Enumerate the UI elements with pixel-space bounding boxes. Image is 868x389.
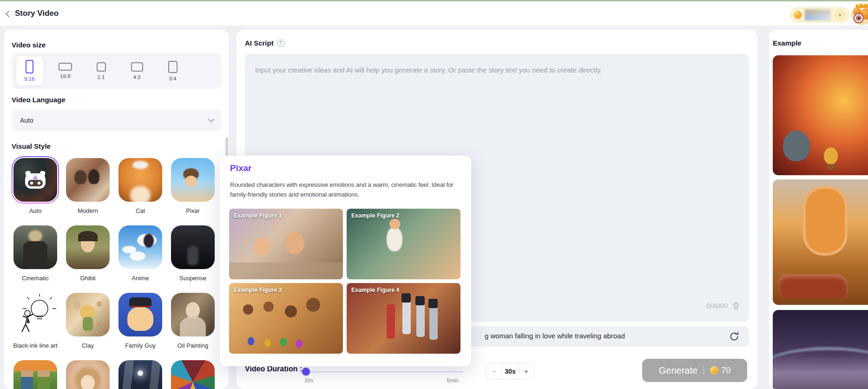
example-video-cooking-cat[interactable]	[773, 179, 868, 305]
style-card-pixar[interactable]: Pixar	[169, 156, 217, 214]
style-card-anime[interactable]: Anime	[117, 224, 164, 282]
robot-icon	[24, 171, 46, 189]
style-thumb-oil-painting	[171, 293, 215, 336]
video-language-heading: Video Language	[12, 96, 66, 104]
page-title: Story Video	[15, 9, 59, 18]
style-card-dark-forest[interactable]	[117, 358, 164, 389]
style-card-storybook[interactable]	[64, 358, 112, 389]
video-size-selector: 9:16 16:9 1:1 4:3 3:4	[12, 53, 222, 89]
duration-stepper: - 30s +	[486, 363, 534, 379]
popup-style-description: Rounded characters with expressive emoti…	[230, 180, 468, 199]
add-credits-button[interactable]: +	[835, 11, 844, 20]
ai-script-heading: AI Script	[245, 39, 274, 47]
video-size-option-4-3[interactable]: 4:3	[119, 62, 155, 80]
crown-icon	[856, 2, 868, 8]
help-icon[interactable]: ?	[277, 40, 284, 47]
duration-increase-button[interactable]: +	[519, 363, 534, 379]
aspect-ratio-4-3-icon	[131, 62, 143, 72]
aspect-ratio-1-1-icon	[97, 62, 106, 72]
style-card-ghibli[interactable]: Ghibli	[64, 224, 112, 282]
style-thumb-pixar	[171, 158, 215, 202]
style-thumb-ghibli	[66, 225, 110, 269]
duration-slider-thumb[interactable]	[302, 368, 310, 376]
style-thumb-dark-forest	[118, 360, 162, 389]
popup-style-title: Pixar	[230, 163, 251, 173]
aspect-ratio-9-16-icon	[26, 60, 33, 73]
aspect-ratio-16-9-icon	[59, 63, 72, 71]
video-size-option-1-1[interactable]: 1:1	[83, 62, 119, 80]
style-thumb-clay	[66, 293, 110, 336]
suggestion-text: g woman falling in love while traveling …	[485, 332, 625, 340]
style-thumb-anime	[118, 225, 162, 269]
popup-example-figure-3: Example Figure 3	[229, 283, 343, 354]
style-card-auto[interactable]: Auto	[12, 156, 59, 214]
coin-icon	[710, 366, 718, 375]
style-thumb-black-ink-line-art	[13, 293, 57, 336]
visual-style-grid: Auto Modern Cat Pixar Cinematic Ghibli A…	[12, 156, 222, 389]
style-card-suspense[interactable]: Suspense	[169, 224, 217, 282]
popup-example-figure-2: Example Figure 2	[347, 209, 460, 279]
example-panel: Example	[769, 30, 868, 389]
duration-max-label: 5min	[447, 377, 459, 384]
target-icon	[854, 13, 864, 23]
style-thumb-pixel	[13, 360, 57, 389]
duration-min-label: 30s	[304, 377, 313, 384]
generate-divider	[704, 366, 704, 375]
user-avatar[interactable]	[851, 4, 868, 25]
style-card-pixel[interactable]	[12, 358, 59, 389]
video-size-heading: Video size	[12, 41, 46, 49]
style-thumb-auto-robot	[13, 158, 57, 202]
style-card-modern[interactable]: Modern	[64, 156, 112, 214]
generate-label: Generate	[659, 365, 697, 376]
popup-figure-grid: Example Figure 1 Example Figure 2 Exampl…	[229, 209, 460, 354]
trash-icon[interactable]	[731, 301, 741, 310]
back-button[interactable]: Story Video	[7, 1, 59, 26]
credits-pill[interactable]: +	[790, 7, 849, 22]
style-thumb-suspense	[171, 225, 215, 269]
style-card-cat[interactable]: Cat	[117, 156, 164, 214]
style-card-oil-painting[interactable]: Oil Painting	[169, 291, 217, 349]
settings-panel: Video size 9:16 16:9 1:1 4:3 3:4 Video L…	[4, 30, 229, 389]
duration-slider-track[interactable]	[302, 371, 463, 373]
video-language-value: Auto	[20, 117, 209, 124]
style-detail-popup: Pixar Rounded characters with expressive…	[220, 156, 471, 366]
style-card-clay[interactable]: Clay	[64, 291, 112, 349]
style-thumb-cinematic	[13, 225, 57, 269]
coin-icon	[794, 11, 802, 19]
generate-button[interactable]: Generate 70	[642, 359, 747, 382]
header-bar: Story Video +	[0, 1, 868, 26]
aspect-ratio-3-4-icon	[168, 61, 178, 73]
visual-style-heading: Visual Style	[12, 142, 51, 150]
style-thumb-stained-glass	[171, 360, 215, 389]
video-size-selected-card: 9:16	[16, 56, 43, 86]
stick-figure-lightbulb-drawing	[13, 293, 57, 336]
video-size-option-9-16[interactable]: 9:16	[12, 56, 47, 86]
style-thumb-modern	[66, 158, 110, 202]
duration-value: 30s	[502, 363, 519, 379]
refresh-icon[interactable]	[729, 331, 740, 342]
example-video-fire-birds[interactable]	[773, 55, 868, 175]
chevron-down-icon	[208, 116, 214, 122]
duration-decrease-button[interactable]: -	[487, 363, 502, 379]
style-thumb-cat	[118, 158, 162, 202]
example-video-space-scene[interactable]	[773, 310, 868, 389]
credits-amount-blurred	[805, 9, 831, 20]
video-size-option-3-4[interactable]: 3:4	[155, 61, 191, 81]
style-thumb-storybook	[66, 360, 110, 389]
style-card-black-ink-line-art[interactable]: Black-ink line art	[12, 291, 59, 349]
video-size-option-16-9[interactable]: 16:9	[47, 63, 83, 79]
popup-example-figure-1: Example Figure 1	[229, 209, 343, 279]
generate-cost: 70	[721, 366, 730, 376]
style-card-family-guy[interactable]: Family Guy	[117, 291, 164, 349]
popup-example-figure-4: Example Figure 4	[347, 283, 460, 354]
chevron-left-icon	[6, 10, 12, 17]
char-counter: 0/4000	[706, 302, 728, 310]
style-thumb-family-guy	[118, 293, 162, 336]
style-card-stained-glass[interactable]	[169, 358, 217, 389]
example-heading: Example	[773, 39, 802, 47]
video-language-dropdown[interactable]: Auto	[12, 109, 222, 131]
style-card-cinematic[interactable]: Cinematic	[12, 224, 59, 282]
